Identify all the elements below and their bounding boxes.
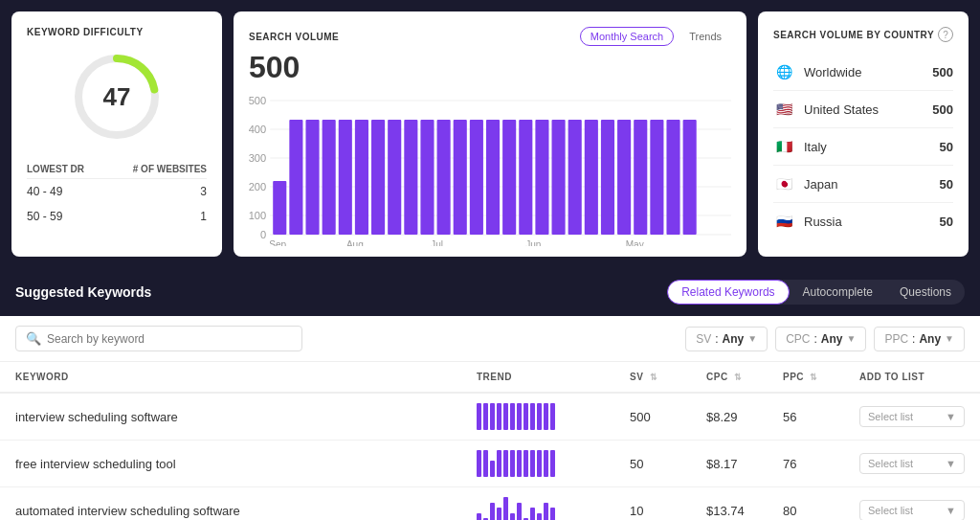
trend-bar <box>490 461 495 477</box>
trend-bar <box>530 403 535 430</box>
svg-rect-36 <box>634 120 647 235</box>
table-row: free interview scheduling tool 50 $8.17 … <box>0 441 980 487</box>
trend-bar <box>490 503 495 520</box>
cpc-filter[interactable]: CPC : Any ▼ <box>775 327 866 351</box>
add-to-list-cell[interactable]: Select list ▼ <box>844 487 980 521</box>
sv-cell: 500 <box>614 393 691 441</box>
ppc-cell: 80 <box>768 487 844 521</box>
tab-monthly-search[interactable]: Monthly Search <box>580 27 674 46</box>
kd-title: KEYWORD DIFFICULTY <box>27 27 207 37</box>
trend-bar <box>503 497 508 520</box>
ppc-cell: 56 <box>768 393 844 441</box>
trend-bar <box>497 450 501 477</box>
country-row: 🇮🇹 Italy 50 <box>773 128 953 166</box>
trend-bar <box>483 403 488 430</box>
col-add: ADD TO LIST <box>844 362 980 393</box>
sv-label: SEARCH VOLUME <box>249 32 339 42</box>
trend-bar <box>550 403 555 430</box>
tab-related-keywords[interactable]: Related Keywords <box>667 280 789 305</box>
svg-rect-26 <box>470 120 483 235</box>
svg-text:Jul: Jul <box>431 239 443 246</box>
svg-text:May: May <box>626 239 644 246</box>
sv-value: 500 <box>249 50 731 85</box>
trend-bar <box>483 450 488 477</box>
country-row: 🇺🇸 United States 500 <box>773 91 953 128</box>
trend-cell <box>461 487 614 521</box>
country-flag: 🇷🇺 <box>773 211 794 232</box>
trend-bar <box>550 508 555 520</box>
col-trend: TREND <box>461 362 614 393</box>
keyword-tab-group: Related Keywords Autocomplete Questions <box>667 280 965 305</box>
country-flag: 🇯🇵 <box>773 173 794 194</box>
ppc-filter-arrow: ▼ <box>945 333 954 344</box>
dr-col1-header: LOWEST DR <box>27 160 105 179</box>
svg-rect-18 <box>339 120 352 235</box>
tab-trends[interactable]: Trends <box>679 28 731 45</box>
svg-rect-34 <box>601 120 614 235</box>
svg-rect-21 <box>388 120 401 235</box>
ppc-filter[interactable]: PPC : Any ▼ <box>874 327 965 351</box>
search-input[interactable] <box>47 332 292 346</box>
dr-count: 3 <box>105 179 207 205</box>
svg-text:Aug: Aug <box>346 239 364 246</box>
svg-rect-38 <box>666 120 679 235</box>
dr-row: 40 - 493 <box>27 179 207 205</box>
country-flag: 🌐 <box>773 61 794 82</box>
svg-text:300: 300 <box>249 152 266 164</box>
svg-rect-32 <box>568 120 582 235</box>
svg-rect-30 <box>535 120 548 235</box>
trend-bar <box>517 403 522 430</box>
add-to-list-cell[interactable]: Select list ▼ <box>844 393 980 441</box>
svg-rect-39 <box>683 120 697 235</box>
country-name: United States <box>804 102 932 117</box>
trend-bar <box>477 513 481 520</box>
country-row: 🌐 Worldwide 500 <box>773 54 953 91</box>
add-to-list-cell[interactable]: Select list ▼ <box>844 441 980 487</box>
country-value: 50 <box>940 215 953 229</box>
col-keyword: KEYWORD <box>0 362 461 393</box>
select-list-dropdown[interactable]: Select list ▼ <box>859 406 965 427</box>
trend-cell <box>461 441 614 487</box>
trend-bar <box>523 403 528 430</box>
col-ppc[interactable]: PPC ⇅ <box>768 362 844 393</box>
filter-bar: 🔍 SV : Any ▼ CPC : Any ▼ PPC : Any ▼ <box>0 316 980 362</box>
keyword-search-box[interactable]: 🔍 <box>15 326 302 351</box>
svg-text:500: 500 <box>249 95 266 106</box>
dr-count: 1 <box>105 204 207 229</box>
keyword-cell: automated interview scheduling software <box>0 487 461 521</box>
cpc-cell: $8.29 <box>691 393 768 441</box>
trend-bar <box>530 508 535 520</box>
search-volume-card: SEARCH VOLUME Monthly Search Trends 500 … <box>234 11 746 257</box>
trend-bar <box>537 513 542 520</box>
country-name: Italy <box>804 140 940 154</box>
trend-bar <box>510 450 515 477</box>
tab-autocomplete[interactable]: Autocomplete <box>790 281 886 304</box>
sv-filter[interactable]: SV : Any ▼ <box>685 327 768 351</box>
col-sv[interactable]: SV ⇅ <box>614 362 691 393</box>
sv-filter-arrow: ▼ <box>747 333 757 344</box>
svg-rect-28 <box>502 120 516 235</box>
country-value: 500 <box>932 65 953 79</box>
keyword-cell: free interview scheduling tool <box>0 441 461 487</box>
col-cpc[interactable]: CPC ⇅ <box>691 362 768 393</box>
filter-group: SV : Any ▼ CPC : Any ▼ PPC : Any ▼ <box>685 327 965 351</box>
search-volume-country-card: SEARCH VOLUME BY COUNTRY ? 🌐 Worldwide 5… <box>758 11 969 257</box>
tab-questions[interactable]: Questions <box>886 281 965 304</box>
svg-rect-14 <box>273 181 286 235</box>
svg-rect-37 <box>650 120 663 235</box>
search-icon: 🔍 <box>26 331 41 346</box>
gauge: 47 <box>69 49 165 145</box>
svg-rect-23 <box>420 120 434 235</box>
country-name: Worldwide <box>804 65 932 79</box>
svg-rect-35 <box>617 120 631 235</box>
svc-title: SEARCH VOLUME BY COUNTRY <box>773 30 934 40</box>
select-list-dropdown[interactable]: Select list ▼ <box>859 500 965 520</box>
trend-bar <box>523 450 528 477</box>
select-list-dropdown[interactable]: Select list ▼ <box>859 453 965 474</box>
svg-rect-17 <box>323 120 336 235</box>
svg-text:100: 100 <box>249 210 266 221</box>
trend-bar <box>490 403 495 430</box>
trend-bar <box>544 503 548 520</box>
help-icon[interactable]: ? <box>938 27 953 42</box>
trend-bar <box>517 503 522 520</box>
